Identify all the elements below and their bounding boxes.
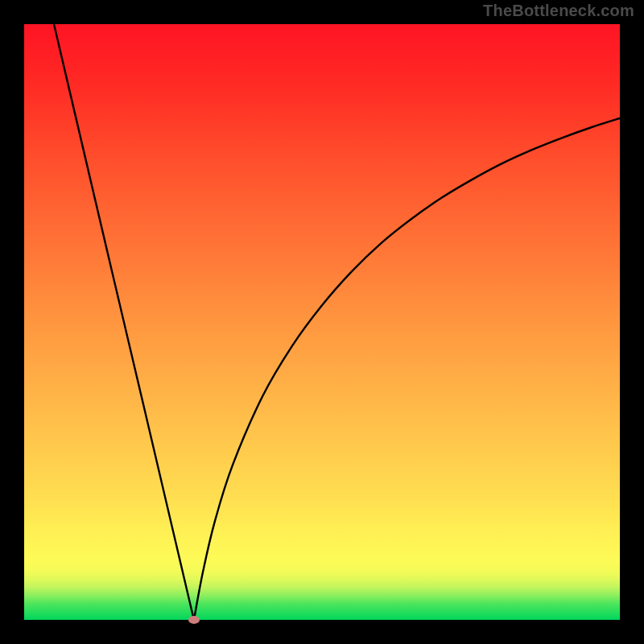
curve-svg bbox=[24, 24, 620, 620]
plot-area bbox=[24, 24, 620, 620]
watermark-text: TheBottleneck.com bbox=[483, 2, 634, 20]
curve-left-branch bbox=[54, 24, 194, 620]
curve-right-branch bbox=[194, 118, 620, 620]
chart-container: TheBottleneck.com bbox=[0, 0, 644, 644]
minimum-marker bbox=[188, 616, 200, 624]
